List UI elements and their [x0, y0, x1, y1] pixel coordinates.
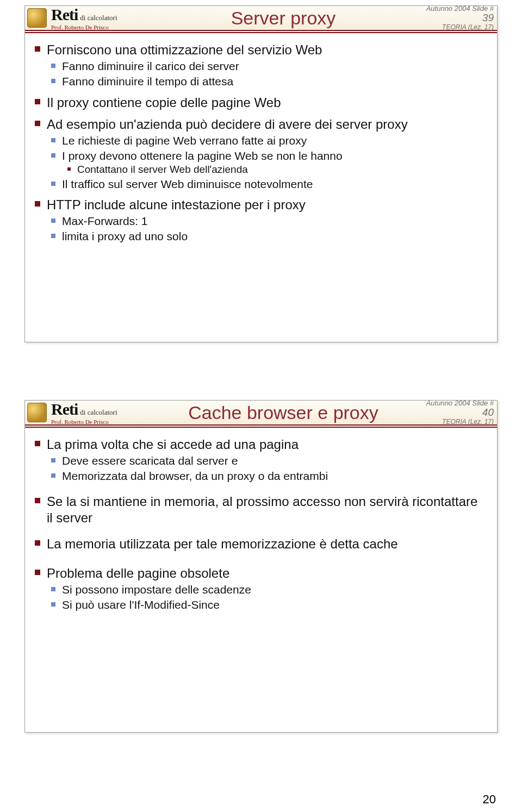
brand-sub: di calcolatori — [80, 408, 117, 417]
bullet: Fanno diminuire il carico dei server — [47, 59, 481, 73]
bullet: Si possono impostare delle scadenze — [47, 583, 481, 597]
bullet: Fanno diminuire il tempo di attesa — [47, 74, 481, 89]
crest-icon — [27, 403, 47, 422]
bullet: Memorizzata dal browser, da un proxy o d… — [47, 469, 481, 483]
bullet: limita i proxy ad uno solo — [47, 229, 481, 243]
meta-number: 39 — [482, 13, 494, 24]
brand-block: Reti di calcolatori Prof. Roberto De Pri… — [51, 400, 154, 425]
slide-content: La prima volta che si accede ad una pagi… — [25, 428, 497, 623]
slide-header: Reti di calcolatori Prof. Roberto De Pri… — [25, 401, 497, 428]
bullet: I proxy devono ottenere la pagine Web se… — [47, 149, 481, 176]
slide-meta: Autunno 2004 Slide # 39 TEORIA (Lez. 17) — [412, 5, 494, 31]
crest-icon — [27, 8, 47, 28]
bullet: Max-Forwards: 1 — [47, 214, 481, 228]
meta-line2: TEORIA (Lez. 17) — [442, 419, 494, 426]
bullet: La prima volta che si accede ad una pagi… — [32, 436, 481, 484]
bullet: Si può usare l'If-Modified-Since — [47, 598, 481, 612]
brand-name: Reti — [51, 5, 78, 24]
bullet: Contattano il server Web dell'azienda — [62, 163, 481, 176]
brand-prof: Prof. Roberto De Prisco — [51, 24, 154, 30]
brand-name: Reti — [51, 400, 78, 419]
bullet-text: Forniscono una ottimizzazione del serviz… — [47, 42, 322, 57]
slide-39: Reti di calcolatori Prof. Roberto De Pri… — [24, 5, 498, 342]
bullet: Problema delle pagine obsolete Si posson… — [32, 565, 481, 613]
brand-prof: Prof. Roberto De Prisco — [51, 419, 154, 425]
meta-number: 40 — [482, 407, 494, 419]
bullet: Deve essere scaricata dal server e — [47, 454, 481, 468]
slide-title: Server proxy — [154, 8, 412, 29]
meta-term: Autunno 2004 Slide # — [426, 4, 494, 13]
bullet: Se la si mantiene in memoria, al prossim… — [32, 494, 481, 526]
meta-line2: TEORIA (Lez. 17) — [442, 24, 494, 31]
slide-title: Cache browser e proxy — [154, 402, 412, 423]
slide-40: Reti di calcolatori Prof. Roberto De Pri… — [24, 400, 498, 733]
bullet: Ad esempio un'azienda può decidere di av… — [32, 116, 481, 192]
slide-content: Forniscono una ottimizzazione del serviz… — [25, 33, 497, 255]
bullet: Il proxy contiene copie delle pagine Web — [32, 95, 481, 111]
page-number: 20 — [483, 792, 496, 807]
bullet: Il traffico sul server Web diminuisce no… — [47, 177, 481, 191]
bullet: La memoria utilizzata per tale memorizza… — [32, 536, 481, 552]
slide-meta: Autunno 2004 Slide # 40 TEORIA (Lez. 17) — [412, 399, 494, 426]
meta-term: Autunno 2004 Slide # — [426, 399, 494, 407]
bullet: Le richieste di pagine Web verrano fatte… — [47, 134, 481, 148]
brand-sub: di calcolatori — [80, 14, 117, 22]
bullet: HTTP include alcune intestazione per i p… — [32, 197, 481, 244]
slide-header: Reti di calcolatori Prof. Roberto De Pri… — [25, 6, 497, 33]
brand-block: Reti di calcolatori Prof. Roberto De Pri… — [51, 5, 154, 30]
bullet: Forniscono una ottimizzazione del serviz… — [32, 42, 481, 89]
